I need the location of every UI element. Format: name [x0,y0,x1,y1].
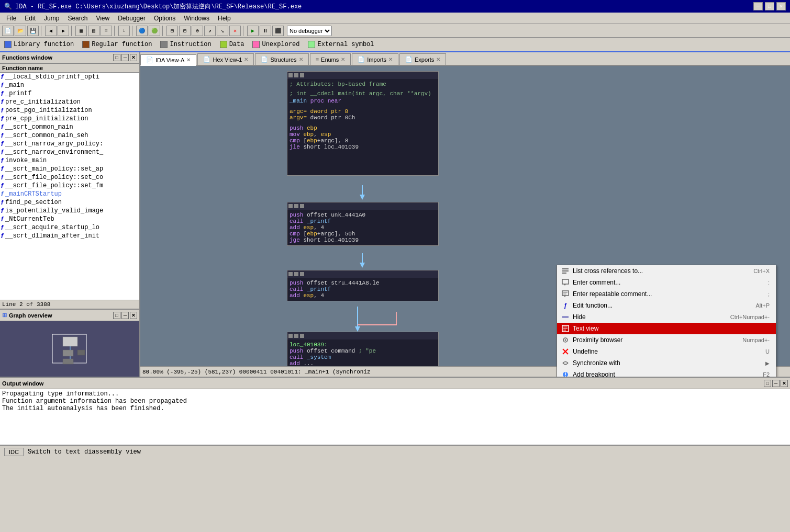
list-item[interactable]: fpost_pgo_initialization [0,106,139,115]
title-bar-controls[interactable]: ─ □ ✕ [753,2,786,10]
tb-back[interactable]: ◀ [45,26,57,36]
output-close[interactable]: ✕ [781,380,788,387]
tb-b2[interactable]: ▤ [88,26,99,36]
instr2-5: jge short loc_401039 [290,237,436,243]
panel-close[interactable]: ✕ [130,54,137,61]
ctx-proximity[interactable]: Proximity browser Numpad+- [557,334,776,346]
list-item[interactable]: f_printf [0,89,139,98]
tb-b1[interactable]: ▦ [75,26,87,36]
tb-pause[interactable]: ⏸ [260,26,271,36]
svg-rect-0 [0,321,139,377]
graph-overview-title-bar: ⊞ Graph overview □ ─ ✕ [0,310,139,321]
instr2-2: call _printf [290,218,436,224]
list-item[interactable]: f__scrt_common_main [0,123,139,131]
output-restore[interactable]: □ [764,380,771,387]
tab-imports-close[interactable]: ✕ [388,56,393,62]
list-item[interactable]: finvoke_main [0,156,139,165]
graph-close[interactable]: ✕ [130,312,137,319]
idc-tab[interactable]: IDC [4,448,24,456]
list-item[interactable]: fpre_cpp_initialization [0,115,139,123]
tb-cancel[interactable]: ✕ [229,26,241,36]
tab-structures[interactable]: 📄 Structures ✕ [255,53,308,65]
debugger-select[interactable]: No debugger [287,26,332,36]
list-item[interactable]: f__scrt_common_main_seh [0,131,139,140]
legend-data: Data [220,41,244,48]
ctx-enter-comment[interactable]: Enter comment... : [557,277,776,288]
tab-enums[interactable]: ≡ Enums ✕ [310,53,351,65]
tb-stop[interactable]: ⬛ [272,26,284,36]
ctx-list-xrefs[interactable]: List cross references to... Ctrl+X [557,265,776,277]
list-item[interactable]: f__local_stdio_printf_opti [0,73,139,81]
tb-run[interactable]: ▶ [247,26,259,36]
tb-c2[interactable]: 🟢 [149,26,160,36]
tab-struct-close[interactable]: ✕ [299,56,303,62]
minimize-button[interactable]: ─ [753,2,763,10]
ctx-edit-function[interactable]: f Edit function... Alt+P [557,300,776,311]
list-item[interactable]: f__scrt_acquire_startup_lo [0,223,139,232]
tb-d1[interactable]: ↗ [204,26,216,36]
tab-imports[interactable]: 📄 Imports ✕ [352,53,398,65]
panel-restore[interactable]: □ [113,54,120,61]
tb-d2[interactable]: ↘ [217,26,228,36]
menu-view[interactable]: View [92,14,114,23]
tb-c1[interactable]: 🔵 [136,26,148,36]
list-item[interactable]: fpre_c_initialization [0,98,139,106]
legend-data-label: Data [229,41,244,48]
close-button[interactable]: ✕ [776,2,786,10]
ctx-synchronize[interactable]: Synchronize with ▶ [557,357,776,369]
list-item[interactable]: f_NtCurrentTeb [0,215,139,223]
var1: argc= dword ptr 8 [290,108,436,115]
ctx-add-breakpoint[interactable]: Add breakpoint F2 [557,369,776,377]
tb-new[interactable]: 📄 [2,26,14,36]
tab-enum-close[interactable]: ✕ [341,56,345,62]
tb-patch[interactable]: ⊞ [166,26,178,36]
arrow-down-1 [357,185,368,201]
graph-minimize[interactable]: ─ [121,312,129,319]
svg-marker-23 [564,296,566,297]
list-item[interactable]: ffind_pe_section [0,198,139,207]
list-item[interactable]: f__scrt_narrow_environment_ [0,148,139,156]
list-item[interactable]: f__scrt_file_policy::set_fm [0,182,139,190]
tb-b3[interactable]: ≡ [101,26,112,36]
tb-fwd[interactable]: ▶ [58,26,69,36]
tab-exports-icon: 📄 [405,56,413,63]
ctx-hide[interactable]: Hide Ctrl+Numpad+- [557,311,776,323]
tab-hex-view-1[interactable]: 📄 Hex View-1 ✕ [197,53,254,65]
ctx-enter-repeatable[interactable]: Enter repeatable comment... ; [557,288,776,300]
ctx-text-view[interactable]: Text view [557,323,776,334]
list-item[interactable]: f__scrt_main_policy::set_ap [0,165,139,173]
tb-diff[interactable]: ⊟ [179,26,191,36]
output-minimize[interactable]: ─ [772,380,780,387]
list-item[interactable]: f__scrt_narrow_argv_policy: [0,140,139,148]
list-item[interactable]: f__scrt_dllmain_after_init [0,232,139,240]
menu-search[interactable]: Search [63,14,92,23]
list-item[interactable]: f_main [0,81,139,89]
panel-minimize[interactable]: ─ [121,54,129,61]
function-list[interactable]: f__local_stdio_printf_opti f_main f_prin… [0,73,139,300]
svg-rect-20 [562,279,569,284]
menu-file[interactable]: File [2,14,20,23]
tb-down[interactable]: ↓ [118,26,130,36]
menu-jump[interactable]: Jump [40,14,63,23]
list-item[interactable]: fis_potentially_valid_image [0,207,139,215]
list-item[interactable]: f_mainCRTStartup [0,190,139,198]
tb-graph[interactable]: ⊕ [192,26,203,36]
menu-debugger[interactable]: Debugger [114,14,150,23]
menu-windows[interactable]: Windows [180,14,214,23]
graph-restore[interactable]: □ [113,312,120,319]
menu-edit[interactable]: Edit [20,14,40,23]
tab-hex-close[interactable]: ✕ [244,56,248,62]
tab-ida-view-a-close[interactable]: ✕ [186,57,191,63]
tb-save[interactable]: 💾 [27,26,39,36]
ctx-hide-left: Hide [561,313,586,321]
tab-exports-close[interactable]: ✕ [436,56,440,62]
list-item[interactable]: f__scrt_file_policy::set_co [0,173,139,182]
tab-ida-view-a[interactable]: 📄 IDA View-A ✕ [140,54,196,66]
maximize-button[interactable]: □ [765,2,774,10]
tb-open[interactable]: 📂 [15,26,26,36]
menu-options[interactable]: Options [150,14,180,23]
menu-help[interactable]: Help [214,14,235,23]
tab-exports[interactable]: 📄 Exports ✕ [399,53,446,65]
ctx-undefine[interactable]: Undefine U [557,346,776,357]
ida-view[interactable]: ; Attributes: bp-based frame ; int __cde… [140,66,790,377]
